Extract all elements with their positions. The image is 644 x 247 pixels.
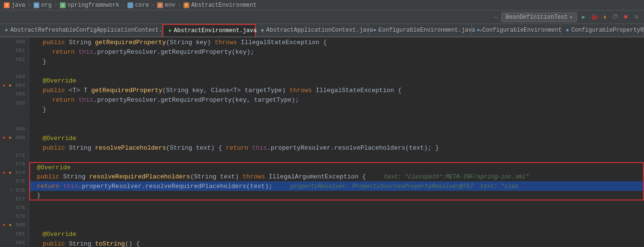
code-text: @Override [37, 164, 70, 171]
run-config-dropdown-icon[interactable]: ▾ [570, 14, 573, 20]
tab-abstract-appcontext[interactable]: ● AbstractApplicationContext.java ✕ [256, 24, 368, 36]
abstract-env-icon: C [184, 2, 189, 8]
gutter-563: 563 [0, 72, 29, 81]
breadcrumb-env[interactable]: env [165, 2, 175, 9]
profile-button[interactable]: ⏱ [611, 13, 619, 21]
code-editor[interactable]: public String getRequiredProperty(String… [29, 37, 644, 247]
code-area: 560 561 562 563 ● ► 564 565 566 568 ● ► … [0, 37, 644, 247]
gutter-576: ▷ 576 [0, 186, 29, 194]
gutter-574: ● ► 574 [0, 168, 29, 177]
org-icon: o [34, 2, 39, 8]
tab-configurable-property[interactable]: ● ConfigurablePropertyR ✕ [561, 24, 644, 36]
gutter-562: 562 [0, 55, 29, 63]
code-line-580: public String toString() { [29, 239, 644, 247]
code-text: public String resolveRequiredPlaceholder… [37, 173, 529, 180]
code-line-empty6 [29, 210, 644, 220]
breadcrumb-org[interactable]: org [41, 2, 52, 9]
code-line-561: return this.propertyResolver.getRequired… [29, 47, 644, 57]
code-line-575: return this.propertyResolver.resolveRequ… [29, 181, 644, 191]
breakpoint-icon-569[interactable]: ● [1, 135, 7, 141]
debug-arrow-580: ► [8, 222, 13, 228]
code-line-empty7 [29, 220, 644, 229]
gutter-581: 581 [0, 229, 29, 238]
gutter-empty2 [0, 107, 29, 116]
run-bar: ← BeanDefinitionTest ▾ ▶ 🐞 ◖ ⏱ ■ ≡ [0, 11, 644, 24]
tab-iface-icon-4: ● [373, 27, 377, 33]
env-icon: e [157, 2, 163, 8]
code-line-empty4 [29, 153, 644, 162]
gutter-572: 572 [0, 151, 29, 160]
code-line-563: @Override [29, 76, 644, 85]
tab-label-6: ConfigurablePropertyR [571, 27, 644, 34]
tab-label-4: ConfigurableEnvironment.java [379, 27, 475, 34]
code-text: public String toString() { [43, 240, 140, 247]
tab-java-icon-2: ● [168, 28, 172, 34]
breadcrumb-core[interactable]: core [135, 2, 149, 9]
inline-debug-574: text: "classpath*:META-INF/spring-ioc.xm… [373, 174, 529, 180]
breadcrumb-bar: J java › o org › s springframework › cor… [0, 0, 644, 11]
code-line-568: @Override [29, 133, 644, 143]
code-line-569: public String resolvePlaceholders(String… [29, 143, 644, 153]
run-button[interactable]: ▶ [580, 13, 587, 21]
code-line-565: return this.propertyResolver.getRequired… [29, 95, 644, 105]
gutter-566: 566 [0, 98, 29, 107]
breadcrumb-java[interactable]: java [12, 2, 25, 9]
navigate-back-icon[interactable]: ← [494, 13, 498, 21]
code-line-576: } [29, 191, 644, 200]
code-text: @Override [43, 77, 76, 84]
code-line-empty5 [29, 200, 644, 210]
stop-button[interactable]: ■ [622, 13, 630, 21]
code-text: @Override [43, 135, 76, 142]
tab-abstract-refreshable[interactable]: ● AbstractRefreshableConfigApplicationCo… [0, 24, 162, 36]
tab-label-5: ConfigurableEnvironment [483, 27, 562, 34]
run-config-selector[interactable]: BeanDefinitionTest ▾ [501, 12, 577, 22]
tab-label-3: AbstractApplicationContext.java [266, 27, 373, 34]
tab-java-icon-1: ● [5, 27, 8, 33]
code-text: } [43, 106, 46, 113]
code-line-574: public String resolveRequiredPlaceholder… [29, 172, 644, 181]
tab-configurable-env[interactable]: ● ConfigurableEnvironment.java ✕ [368, 24, 472, 36]
breadcrumb-abstractenvironment[interactable]: AbstractEnvironment [191, 2, 257, 9]
gutter-565: 565 [0, 90, 29, 98]
code-line-579: @Override [29, 229, 644, 239]
code-text: public <T> T getRequiredProperty(String … [43, 87, 402, 94]
gutter-561: 561 [0, 46, 29, 55]
code-line-566: } [29, 105, 644, 114]
gutter-582: 582 [0, 238, 29, 247]
code-line-560: public String getRequiredProperty(String… [29, 37, 644, 47]
code-text: public String getRequiredProperty(String… [43, 39, 327, 46]
more-button[interactable]: ≡ [632, 13, 640, 21]
breakpoint-icon-580[interactable]: ● [1, 222, 7, 228]
sep5: › [178, 2, 181, 9]
gutter-568: 568 [0, 125, 29, 133]
tab-label-2: AbstractEnvironment.java [174, 27, 257, 34]
debug-button[interactable]: 🐞 [590, 13, 598, 21]
gutter-575: 575 [0, 177, 29, 186]
tab-abstract-environment[interactable]: ● AbstractEnvironment.java ✕ [162, 24, 256, 37]
gutter-empty1 [0, 64, 29, 72]
breadcrumb-springframework[interactable]: springframework [68, 2, 119, 9]
code-line-empty2 [29, 114, 644, 124]
breakpoint-icon-574[interactable]: ● [1, 170, 7, 176]
inline-debug-575: propertyResolver: PropertySourcesPropert… [280, 183, 518, 190]
gutter-573: 573 [0, 160, 29, 168]
coverage-button[interactable]: ◖ [601, 13, 609, 21]
gutter-577: 577 [0, 195, 29, 203]
spring-icon: s [60, 2, 66, 8]
tab-iface-icon-6: ● [566, 27, 569, 33]
tab-configurable-env-2[interactable]: ● ConfigurableEnvironment ✕ [472, 24, 561, 36]
sep3: › [122, 2, 125, 9]
code-line-empty3 [29, 124, 644, 133]
tab-label-1: AbstractRefreshableConfigApplicationCont… [11, 27, 176, 34]
debug-arrow-574: ► [8, 170, 13, 176]
sep2: › [54, 2, 58, 9]
code-text: return this.propertyResolver.getRequired… [52, 96, 299, 104]
breakpoint-icon-564[interactable]: ● [1, 82, 7, 88]
sep4: › [151, 2, 155, 9]
code-text: } [37, 192, 41, 199]
run-config-label: BeanDefinitionTest [506, 14, 568, 21]
gutter-579: 579 [0, 212, 29, 221]
code-text: @Override [43, 231, 76, 238]
debug-arrow-564: ► [8, 82, 13, 88]
code-line-564: public <T> T getRequiredProperty(String … [29, 85, 644, 95]
